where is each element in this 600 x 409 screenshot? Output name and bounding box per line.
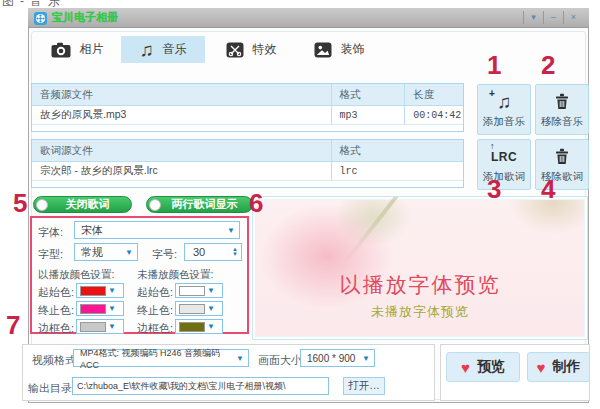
make-button[interactable]: ♥ 制作 <box>527 352 590 382</box>
chevron-down-icon: ▼ <box>125 248 137 257</box>
chevron-down-icon: ▼ <box>207 322 219 331</box>
unplayed-font-preview-text: 未播放字体预览 <box>253 303 587 321</box>
column-header: 格式 <box>332 140 463 162</box>
chevron-down-icon: ▼ <box>108 322 120 331</box>
window-controls: ▾ – × <box>523 11 583 25</box>
toggle-knob <box>149 199 161 211</box>
color-swatch <box>80 304 106 314</box>
desktop: 图-音乐 宝川电子相册 ▾ – × 相片 ♫ 音乐 特效 装饰 音频源文件 格式… <box>0 0 600 409</box>
skin-button[interactable]: ▾ <box>523 11 543 24</box>
played-font-preview-text: 以播放字体预览 <box>253 271 587 299</box>
color-swatch <box>80 322 106 332</box>
tab-photos[interactable]: 相片 <box>35 36 119 63</box>
lyrics-table: 歌词源文件 格式 宗次郎 - 故乡的原风景.lrc lrc <box>31 139 464 188</box>
video-format-select[interactable]: MP4格式: 视频编码 H246 音频编码 ACC ▼ <box>73 349 249 367</box>
output-dir-label: 输出目录: <box>28 381 75 396</box>
played-border-color-picker[interactable]: ▼ <box>76 319 124 334</box>
tab-music[interactable]: ♫ 音乐 <box>121 36 205 63</box>
lyrics-preview-panel: 以播放字体预览 未播放字体预览 <box>252 196 588 340</box>
button-label: 预览 <box>477 358 505 376</box>
unplayed-colors-group-label: 未播放颜色设置: <box>137 268 213 282</box>
unplayed-start-color-picker[interactable]: ▼ <box>175 283 223 298</box>
audio-table-header: 音频源文件 格式 长度 <box>32 84 463 106</box>
select-value: 常规 <box>81 245 103 260</box>
select-value: 宋体 <box>81 223 103 238</box>
effects-icon <box>226 42 244 58</box>
unplayed-start-color-label: 起始色: <box>137 285 173 300</box>
window-title: 宝川电子相册 <box>52 10 118 25</box>
played-border-color-label: 边框色: <box>38 321 74 336</box>
table-row[interactable]: 宗次郎 - 故乡的原风景.lrc lrc <box>32 162 463 181</box>
played-end-color-label: 终止色: <box>38 303 74 318</box>
audio-filename: 故乡的原风景.mp3 <box>32 106 332 125</box>
chevron-down-icon: ▼ <box>236 354 248 363</box>
tab-label: 特效 <box>253 41 277 58</box>
tab-effects[interactable]: 特效 <box>209 36 293 63</box>
chevron-down-icon: ▼ <box>207 304 219 313</box>
unplayed-end-color-label: 终止色: <box>137 303 173 318</box>
column-header: 歌词源文件 <box>32 140 332 162</box>
table-row[interactable]: 故乡的原风景.mp3 mp3 00:04:42 <box>32 106 463 125</box>
add-lyrics-button[interactable]: ↑LRC 添加歌词 <box>477 139 531 190</box>
toggle-label: 两行歌词显示 <box>161 197 252 212</box>
close-button[interactable]: × <box>563 11 583 24</box>
annotation-6: 6 <box>249 190 263 216</box>
up-arrow-icon: ↑ <box>490 141 495 151</box>
played-end-color-picker[interactable]: ▼ <box>76 301 124 316</box>
add-music-button[interactable]: + ♫ 添加音乐 <box>477 84 531 135</box>
lyrics-table-header: 歌词源文件 格式 <box>32 140 463 162</box>
color-swatch <box>179 304 205 314</box>
screen-size-select[interactable]: 1600 * 900 ▼ <box>300 349 375 367</box>
column-header: 长度 <box>405 84 463 106</box>
table-empty-area <box>32 125 463 131</box>
font-style-select[interactable]: 常规 ▼ <box>74 243 138 261</box>
chevron-down-icon: ▼ <box>207 286 219 295</box>
preview-button[interactable]: ♥ 预览 <box>446 352 520 382</box>
played-colors-group-label: 以播放颜色设置: <box>38 268 114 282</box>
font-family-select[interactable]: 宋体 ▼ <box>74 221 240 239</box>
add-music-icon: + ♫ <box>497 91 511 113</box>
minimize-button[interactable]: – <box>543 11 563 24</box>
chevron-down-icon: ▼ <box>362 354 374 363</box>
unplayed-border-color-label: 边框色: <box>137 321 173 336</box>
played-start-color-picker[interactable]: ▼ <box>76 283 124 298</box>
color-swatch <box>179 286 205 296</box>
audio-length: 00:04:42 <box>405 106 463 125</box>
lyrics-filename: 宗次郎 - 故乡的原风景.lrc <box>32 162 332 181</box>
unplayed-border-color-picker[interactable]: ▼ <box>175 319 223 334</box>
font-label: 字体: <box>38 225 63 240</box>
video-format-label: 视频格式: <box>32 353 79 368</box>
color-swatch <box>80 286 106 296</box>
unplayed-end-color-picker[interactable]: ▼ <box>175 301 223 316</box>
open-folder-button[interactable]: 打开… <box>343 377 385 395</box>
font-size-stepper[interactable]: 30 ▲▼ <box>184 243 242 261</box>
annotation-5: 5 <box>13 190 27 216</box>
output-dir-input[interactable]: C:\zhuboa_E\软件收藏\我的文档\宝川电子相册\视频\ <box>72 377 329 395</box>
font-size-label: 字号: <box>152 247 177 262</box>
remove-music-button[interactable]: 移除音乐 <box>535 84 589 135</box>
screen-size-label: 画面大小: <box>258 353 305 368</box>
toggle-close-lyrics[interactable]: 关闭歌词 <box>33 196 132 213</box>
picture-icon <box>314 42 332 58</box>
column-header: 音频源文件 <box>32 84 332 106</box>
select-value: MP4格式: 视频编码 H246 音频编码 ACC <box>80 347 236 370</box>
stepper-value: 30 <box>193 246 205 258</box>
lrc-text: LRC <box>491 150 517 164</box>
annotation-3: 3 <box>487 176 501 202</box>
chevron-down-icon: ▼ <box>108 304 120 313</box>
font-style-label: 字型: <box>38 247 63 262</box>
select-value: 1600 * 900 <box>307 353 355 364</box>
heart-icon: ♥ <box>461 360 470 375</box>
lyrics-format: lrc <box>332 162 463 181</box>
camera-icon <box>51 42 71 58</box>
toggle-two-line-lyrics[interactable]: 两行歌词显示 <box>146 196 253 213</box>
column-header: 格式 <box>332 84 406 106</box>
button-label: 移除音乐 <box>541 115 583 129</box>
titlebar[interactable]: 宝川电子相册 ▾ – × <box>28 8 589 28</box>
stepper-arrows-icon[interactable]: ▲▼ <box>232 247 241 257</box>
annotation-7: 7 <box>6 312 20 338</box>
chevron-down-icon: ▼ <box>108 286 120 295</box>
trash-icon <box>554 146 570 168</box>
tab-decorate[interactable]: 装饰 <box>297 36 381 63</box>
heart-icon: ♥ <box>537 360 546 375</box>
